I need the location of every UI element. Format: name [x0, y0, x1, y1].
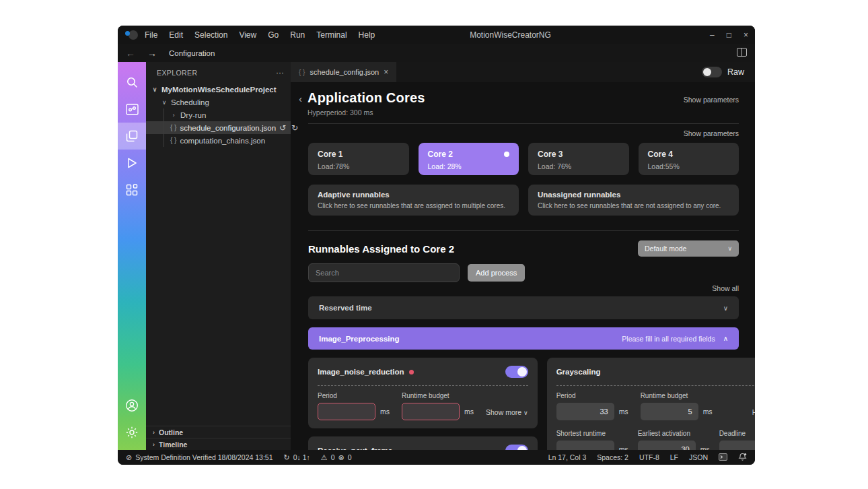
core-card-3[interactable]: Core 3 Load: 76%: [528, 143, 629, 175]
runtime-budget-input[interactable]: [402, 403, 460, 420]
minimize-icon[interactable]: –: [710, 30, 715, 40]
prompt-icon[interactable]: [719, 453, 727, 462]
menu-help[interactable]: Help: [359, 30, 375, 40]
add-process-button[interactable]: Add process: [468, 264, 525, 282]
tab-close-icon[interactable]: ×: [384, 67, 388, 77]
scene-view-icon[interactable]: [118, 96, 146, 123]
image-noise-reduction-card: Image_noise_reduction Period: [308, 358, 538, 428]
timeline-section[interactable]: › Timeline: [146, 438, 291, 450]
explorer-more-icon[interactable]: ···: [276, 68, 284, 77]
runnable-name: Image_noise_reduction: [318, 368, 404, 376]
eol-setting[interactable]: LF: [670, 453, 678, 461]
runnable-header: Receive_next_frame: [318, 445, 528, 450]
tree-item-schedule-configuration[interactable]: { } schedule_configuration.json ↺ ↻: [146, 121, 291, 134]
earliest-activation-input[interactable]: [638, 441, 696, 450]
extensions-icon[interactable]: [118, 176, 146, 203]
tree-item-dry-run[interactable]: › Dry-run: [146, 108, 291, 121]
extra-fields-row: Shortest runtime ms Earliest activation: [556, 430, 755, 450]
page-back-icon[interactable]: ‹: [299, 93, 302, 104]
tree-item-scheduling[interactable]: ∨ Scheduling: [146, 96, 291, 108]
language-mode[interactable]: JSON: [689, 453, 708, 461]
hide-more-link[interactable]: Hide more ∧: [752, 408, 755, 420]
app-logo-icon: [124, 30, 139, 40]
deadline-input[interactable]: [719, 441, 755, 450]
tree-item-label: computation_chains.json: [180, 137, 265, 145]
show-all-link[interactable]: Show all: [712, 284, 739, 292]
show-more-link[interactable]: Show more ∨: [486, 408, 528, 420]
tree-item-label: schedule_configuration.json: [180, 124, 276, 132]
unit-label: ms: [703, 408, 713, 416]
forward-arrow-icon[interactable]: →: [147, 48, 157, 59]
search-icon[interactable]: [118, 69, 146, 96]
receive-next-frame-card: Receive_next_frame: [308, 436, 538, 450]
chevron-right-icon: ›: [170, 112, 177, 119]
menu-terminal[interactable]: Terminal: [316, 30, 347, 40]
reserved-time-panel[interactable]: Reserved time ∨: [308, 296, 739, 319]
explorer-title: EXPLORER: [157, 69, 197, 77]
indentation-setting[interactable]: Spaces: 2: [597, 453, 628, 461]
menu-go[interactable]: Go: [268, 30, 279, 40]
core-name: Core 3: [538, 150, 620, 159]
raw-toggle[interactable]: [702, 67, 722, 77]
core-load: Load: 28%: [428, 162, 510, 170]
runtime-budget-field: Runtime budget ms: [641, 392, 713, 420]
period-input[interactable]: [318, 403, 375, 420]
outline-section[interactable]: › Outline: [146, 426, 291, 438]
account-icon[interactable]: [118, 392, 146, 419]
run-icon[interactable]: [118, 150, 146, 176]
sync-file-icon[interactable]: ↻: [291, 123, 298, 133]
page-header: ‹ Application Cores Hyperperiod: 300 ms …: [308, 90, 739, 117]
settings-gear-icon[interactable]: [118, 419, 146, 446]
runtime-budget-field: Runtime budget ms: [402, 392, 474, 420]
tab-schedule-config[interactable]: { } schedule_config.json ×: [291, 62, 396, 82]
close-icon[interactable]: ×: [744, 30, 748, 40]
adaptive-runnables-card[interactable]: Adaptive runnables Click here to see run…: [308, 185, 519, 216]
problems-status[interactable]: ⚠ 0 ⊗ 0: [321, 453, 352, 462]
discard-changes-icon[interactable]: ↺: [279, 123, 286, 133]
split-editor-icon[interactable]: [737, 48, 747, 59]
core-card-2[interactable]: Core 2 Load: 28%: [419, 143, 519, 175]
enable-toggle[interactable]: [505, 366, 528, 378]
toggle-knob: [703, 68, 711, 76]
menu-view[interactable]: View: [239, 30, 256, 40]
indent-guide: [164, 108, 164, 147]
image-preprocessing-header[interactable]: Image_Preprocessing Please fill in all r…: [308, 327, 739, 350]
runnable-header: Image_noise_reduction: [318, 366, 528, 378]
runnables-section-title: Runnables Assigned to Core 2: [308, 243, 454, 255]
back-arrow-icon[interactable]: ←: [126, 48, 135, 59]
runtime-budget-input[interactable]: [641, 403, 698, 420]
search-input[interactable]: [308, 263, 460, 282]
editor-area: { } schedule_config.json × Raw ‹ Applica…: [291, 62, 755, 450]
maximize-icon[interactable]: □: [727, 30, 731, 40]
menu-run[interactable]: Run: [290, 30, 305, 40]
core-card-4[interactable]: Core 4 Load:55%: [639, 143, 739, 175]
system-definition-status[interactable]: ⊘ System Definition Verified 18/08/2024 …: [126, 453, 273, 462]
tree-item-computation-chains[interactable]: { } computation_chains.json: [146, 134, 291, 147]
show-all-row: Show all: [308, 284, 739, 292]
enable-toggle[interactable]: [505, 445, 528, 450]
notifications-bell-icon[interactable]: [738, 453, 747, 463]
breadcrumb[interactable]: Configuration: [169, 49, 215, 57]
show-parameters-link-2[interactable]: Show parameters: [684, 129, 739, 137]
project-label: MyMotionWiseScheduleProject: [161, 86, 277, 94]
core-card-1[interactable]: Core 1 Load:78%: [308, 143, 409, 175]
git-sync-status[interactable]: ↻ 0↓ 1↑: [284, 453, 310, 462]
shortest-runtime-input[interactable]: [556, 441, 614, 450]
period-input[interactable]: [556, 403, 614, 420]
pages-icon[interactable]: [118, 123, 146, 150]
shortest-runtime-field: Shortest runtime ms: [556, 430, 628, 450]
unassigned-runnables-card[interactable]: Unassigned runnables Click here to see r…: [528, 185, 739, 216]
unassigned-title: Unassigned runnables: [538, 191, 729, 199]
menu-file[interactable]: File: [145, 30, 157, 40]
runnables-section-header: Runnables Assigned to Core 2 Default mod…: [308, 240, 739, 257]
tree-item-project[interactable]: ∨ MyMotionWiseScheduleProject: [146, 83, 291, 96]
unit-label: ms: [619, 408, 628, 416]
mode-dropdown[interactable]: Default mode ∨: [638, 240, 739, 257]
core-cards: Core 1 Load:78% Core 2 Load: 28% Core 3 …: [308, 143, 739, 175]
menu-selection[interactable]: Selection: [194, 30, 227, 40]
cursor-position[interactable]: Ln 17, Col 3: [548, 453, 587, 461]
adaptive-desc: Click here to see runnables that are ass…: [318, 202, 509, 209]
menu-edit[interactable]: Edit: [169, 30, 183, 40]
show-parameters-link[interactable]: Show parameters: [684, 90, 739, 104]
encoding-setting[interactable]: UTF-8: [639, 453, 659, 461]
